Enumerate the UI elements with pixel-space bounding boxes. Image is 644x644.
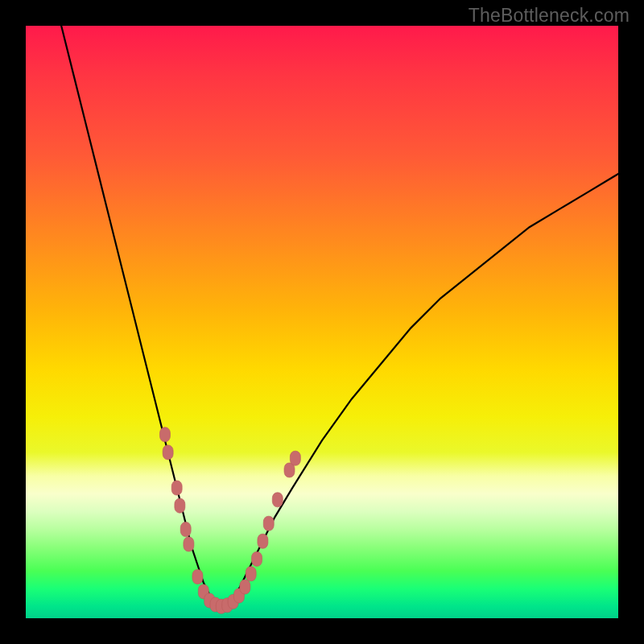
curve-marker [192,569,203,584]
plot-area [26,26,618,618]
curve-marker [180,522,191,537]
curve-markers [159,427,300,613]
curve-marker [252,551,262,566]
chart-frame: TheBottleneck.com [0,0,644,644]
curve-marker [263,516,274,530]
curve-marker [240,580,250,594]
curve-marker [159,427,170,442]
curve-layer [26,26,618,618]
curve-marker [272,493,283,507]
watermark-text: TheBottleneck.com [469,5,630,27]
curve-marker [175,498,185,513]
curve-marker [163,445,173,460]
curve-marker [290,451,300,465]
bottleneck-curve [61,26,618,606]
curve-marker [258,534,268,548]
curve-marker [246,567,256,581]
curve-marker [171,481,182,495]
curve-marker [184,537,194,551]
